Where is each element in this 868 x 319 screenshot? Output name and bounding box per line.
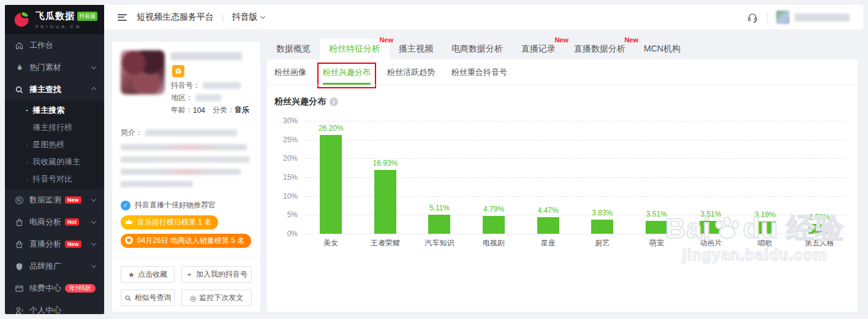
加入我的抖音号-button[interactable]: ＋加入我的抖音号: [181, 266, 252, 283]
rank-badge-text: 04月26日 电商达人销量榜第 5 名: [137, 236, 244, 246]
verified-title: 抖音直播十佳好物推荐官: [135, 200, 216, 210]
subtab-粉丝兴趣分布[interactable]: 粉丝兴趣分布: [323, 60, 371, 85]
sidebar-item-ecommerce-analysis[interactable]: 电商分析Hot: [5, 211, 104, 233]
bar-value-label: 3.19%: [738, 211, 793, 218]
user-icon: [15, 306, 24, 315]
sidebar-item-label: 个人中心: [29, 305, 61, 314]
subtabs-divider: [267, 85, 858, 85]
sidebar-subitem[interactable]: 星图热榜: [5, 136, 104, 153]
bar-美女[interactable]: [320, 135, 342, 234]
sidebar-item-personal-center[interactable]: 个人中心: [5, 299, 104, 314]
douyin-id-label: 抖音号：: [171, 80, 200, 91]
x-tick-label: 厨艺: [575, 238, 630, 248]
y-tick-label: 10%: [274, 193, 298, 200]
bar-slot: 4.47%: [521, 121, 575, 234]
avatar: [121, 50, 165, 94]
y-tick-label: 0%: [274, 230, 298, 237]
tab-直播数据分析[interactable]: 直播数据分析New: [565, 39, 635, 60]
sidebar-item-live-analysis[interactable]: 直播分析New: [5, 233, 104, 255]
bar-电视剧[interactable]: [483, 216, 505, 234]
sidebar-subitem[interactable]: 播主搜索: [5, 102, 104, 119]
监控下次发文-button[interactable]: ◎监控下次发文: [181, 290, 252, 306]
bar-动画片[interactable]: [700, 221, 722, 234]
sidebar-item-data-monitoring[interactable]: 数据监测New: [5, 189, 104, 211]
age-value: 104: [193, 106, 205, 115]
tab-粉丝特征分析[interactable]: 粉丝特征分析New: [320, 39, 390, 60]
category-label: 分类：: [213, 105, 235, 115]
bar-萌宠[interactable]: [646, 221, 668, 234]
version-dropdown[interactable]: 抖音版: [232, 12, 265, 23]
bar-王者荣耀[interactable]: [374, 170, 396, 234]
subtab-label: 粉丝活跃趋势: [387, 67, 435, 77]
chevron-down-icon: [260, 13, 265, 18]
x-tick-label: 萌宠: [630, 238, 684, 248]
star-icon: ★: [128, 271, 135, 279]
y-tick-label: 20%: [274, 155, 298, 162]
chevron-down-icon: [91, 196, 96, 201]
fan-interest-chart: 26.20%16.93%5.11%4.79%4.47%3.83%3.51%3.5…: [274, 121, 847, 259]
sidebar: 飞瓜数据 抖音版 FEIGUA.CN 工作台热门素材播主查找播主搜索播主排行榜星…: [5, 5, 104, 314]
chart-header: 粉丝兴趣分布 i: [274, 96, 338, 107]
collapse-menu-icon[interactable]: [118, 14, 127, 21]
bar-value-label: 4.79%: [467, 206, 521, 213]
sidebar-menu: 工作台热门素材播主查找播主搜索播主排行榜星图热榜我收藏的播主抖音号对比数据监测N…: [5, 34, 104, 314]
subtab-label: 粉丝画像: [274, 67, 306, 77]
tab-播主视频[interactable]: 播主视频: [390, 39, 442, 60]
subtab-粉丝画像[interactable]: 粉丝画像: [274, 60, 306, 85]
chevron-down-icon: [91, 218, 96, 223]
subtab-粉丝重合抖音号[interactable]: 粉丝重合抖音号: [451, 60, 507, 85]
logo[interactable]: 飞瓜数据 抖音版 FEIGUA.CN: [5, 5, 104, 34]
chevron-down-icon: [91, 64, 96, 69]
main-tabs: 数据概览粉丝特征分析New播主视频电商数据分析直播记录New直播数据分析NewM…: [267, 39, 690, 60]
sidebar-item-label: 续费中心: [29, 283, 61, 294]
bar-slot: 3.51%: [684, 121, 738, 234]
sidebar-item-label: 热门素材: [29, 62, 61, 73]
subtab-label: 粉丝兴趣分布: [323, 67, 371, 77]
bar-唱歌[interactable]: [754, 221, 776, 234]
subtab-label: 粉丝重合抖音号: [451, 67, 507, 77]
bar-星座[interactable]: [537, 217, 559, 234]
subtabs: 粉丝画像粉丝兴趣分布粉丝活跃趋势粉丝重合抖音号: [274, 60, 507, 85]
bar-value-label: 26.20%: [304, 125, 358, 132]
topbar-vertical-divider: [767, 12, 768, 23]
info-icon[interactable]: i: [330, 98, 338, 106]
logo-text: 飞瓜数据 抖音版 FEIGUA.CN: [36, 10, 97, 29]
bar-汽车知识[interactable]: [428, 215, 450, 234]
sidebar-item-hot-materials[interactable]: 热门素材: [5, 56, 104, 79]
sidebar-subitem[interactable]: 抖音号对比: [5, 171, 104, 188]
user-name-redacted: [794, 13, 850, 21]
tab-数据概览[interactable]: 数据概览: [267, 39, 320, 60]
topbar-divider: |: [222, 13, 224, 22]
sidebar-item-blogger-search[interactable]: 播主查找: [5, 79, 104, 101]
customer-service-icon[interactable]: [747, 12, 758, 23]
sidebar-subitem[interactable]: 我收藏的播主: [5, 153, 104, 171]
sidebar-item-renewal-center[interactable]: 续费中心年付6折: [5, 277, 104, 299]
bar-第五人格[interactable]: [809, 224, 831, 234]
tab-label: 粉丝特征分析: [329, 44, 380, 55]
相似号查询-button[interactable]: 相似号查询: [121, 290, 175, 306]
y-tick-label: 15%: [274, 174, 298, 181]
subtab-粉丝活跃趋势[interactable]: 粉丝活跃趋势: [387, 60, 435, 85]
bar-厨艺[interactable]: [591, 220, 613, 234]
sidebar-subitem[interactable]: 播主排行榜: [5, 119, 104, 136]
crown-icon: [124, 217, 134, 228]
bar-slot: 26.20%: [304, 121, 358, 234]
sidebar-item-workbench[interactable]: 工作台: [5, 34, 104, 56]
rank-badge: 04月26日 电商达人销量榜第 5 名: [121, 234, 251, 248]
bar-value-label: 3.83%: [575, 209, 630, 217]
点击收藏-button[interactable]: ★点击收藏: [121, 266, 175, 283]
sidebar-item-label: 电商分析: [29, 217, 61, 228]
tab-直播记录[interactable]: 直播记录New: [512, 39, 565, 60]
brand-domain: FEIGUA.CN: [36, 24, 97, 29]
bar-slot: 3.83%: [575, 121, 630, 234]
bar-value-label: 3.51%: [630, 210, 684, 218]
tab-MCN机构[interactable]: MCN机构: [635, 39, 690, 60]
sidebar-item-brand-promotion[interactable]: 品牌推广: [5, 255, 104, 277]
tab-电商数据分析[interactable]: 电商数据分析: [442, 39, 512, 60]
action-label: 点击收藏: [138, 269, 167, 280]
bag-icon: [15, 218, 24, 227]
sidebar-item-label: 数据监测: [29, 194, 61, 206]
bar-value-label: 5.11%: [412, 204, 467, 212]
chevron-down-icon: [91, 240, 96, 245]
user-account[interactable]: [776, 10, 850, 24]
